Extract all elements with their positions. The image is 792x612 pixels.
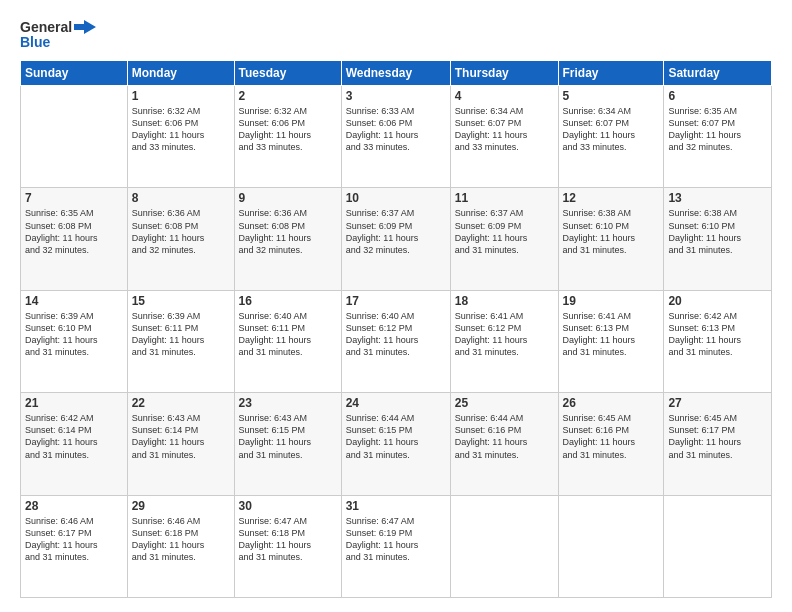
cell-info-text: Sunrise: 6:42 AMSunset: 6:14 PMDaylight:… [25, 412, 123, 461]
cell-day-number: 28 [25, 499, 123, 513]
cell-day-number: 9 [239, 191, 337, 205]
calendar-cell: 5Sunrise: 6:34 AMSunset: 6:07 PMDaylight… [558, 86, 664, 188]
calendar-cell [664, 495, 772, 597]
cell-info-text: Sunrise: 6:35 AMSunset: 6:07 PMDaylight:… [668, 105, 767, 154]
calendar-cell: 18Sunrise: 6:41 AMSunset: 6:12 PMDayligh… [450, 290, 558, 392]
cell-day-number: 13 [668, 191, 767, 205]
calendar-cell: 12Sunrise: 6:38 AMSunset: 6:10 PMDayligh… [558, 188, 664, 290]
calendar-cell: 31Sunrise: 6:47 AMSunset: 6:19 PMDayligh… [341, 495, 450, 597]
calendar-cell: 27Sunrise: 6:45 AMSunset: 6:17 PMDayligh… [664, 393, 772, 495]
calendar-body: 1Sunrise: 6:32 AMSunset: 6:06 PMDaylight… [21, 86, 772, 598]
cell-info-text: Sunrise: 6:37 AMSunset: 6:09 PMDaylight:… [346, 207, 446, 256]
calendar-week-4: 21Sunrise: 6:42 AMSunset: 6:14 PMDayligh… [21, 393, 772, 495]
cell-info-text: Sunrise: 6:43 AMSunset: 6:15 PMDaylight:… [239, 412, 337, 461]
cell-day-number: 24 [346, 396, 446, 410]
calendar-cell: 1Sunrise: 6:32 AMSunset: 6:06 PMDaylight… [127, 86, 234, 188]
cell-day-number: 8 [132, 191, 230, 205]
cell-info-text: Sunrise: 6:47 AMSunset: 6:19 PMDaylight:… [346, 515, 446, 564]
cell-day-number: 22 [132, 396, 230, 410]
cell-info-text: Sunrise: 6:43 AMSunset: 6:14 PMDaylight:… [132, 412, 230, 461]
calendar-cell: 16Sunrise: 6:40 AMSunset: 6:11 PMDayligh… [234, 290, 341, 392]
weekday-header-sunday: Sunday [21, 61, 128, 86]
cell-day-number: 12 [563, 191, 660, 205]
cell-info-text: Sunrise: 6:45 AMSunset: 6:17 PMDaylight:… [668, 412, 767, 461]
cell-info-text: Sunrise: 6:37 AMSunset: 6:09 PMDaylight:… [455, 207, 554, 256]
calendar-week-2: 7Sunrise: 6:35 AMSunset: 6:08 PMDaylight… [21, 188, 772, 290]
calendar-cell: 28Sunrise: 6:46 AMSunset: 6:17 PMDayligh… [21, 495, 128, 597]
calendar-cell [558, 495, 664, 597]
calendar-cell [21, 86, 128, 188]
cell-day-number: 7 [25, 191, 123, 205]
calendar-cell: 14Sunrise: 6:39 AMSunset: 6:10 PMDayligh… [21, 290, 128, 392]
cell-day-number: 21 [25, 396, 123, 410]
calendar-cell: 25Sunrise: 6:44 AMSunset: 6:16 PMDayligh… [450, 393, 558, 495]
cell-info-text: Sunrise: 6:44 AMSunset: 6:16 PMDaylight:… [455, 412, 554, 461]
cell-info-text: Sunrise: 6:38 AMSunset: 6:10 PMDaylight:… [563, 207, 660, 256]
cell-day-number: 6 [668, 89, 767, 103]
calendar-table: SundayMondayTuesdayWednesdayThursdayFrid… [20, 60, 772, 598]
cell-day-number: 3 [346, 89, 446, 103]
cell-day-number: 30 [239, 499, 337, 513]
cell-day-number: 29 [132, 499, 230, 513]
cell-info-text: Sunrise: 6:35 AMSunset: 6:08 PMDaylight:… [25, 207, 123, 256]
calendar-cell: 4Sunrise: 6:34 AMSunset: 6:07 PMDaylight… [450, 86, 558, 188]
calendar-cell: 2Sunrise: 6:32 AMSunset: 6:06 PMDaylight… [234, 86, 341, 188]
calendar-cell: 10Sunrise: 6:37 AMSunset: 6:09 PMDayligh… [341, 188, 450, 290]
cell-day-number: 11 [455, 191, 554, 205]
calendar-cell: 23Sunrise: 6:43 AMSunset: 6:15 PMDayligh… [234, 393, 341, 495]
weekday-header-friday: Friday [558, 61, 664, 86]
svg-marker-0 [74, 20, 96, 34]
calendar-cell: 7Sunrise: 6:35 AMSunset: 6:08 PMDaylight… [21, 188, 128, 290]
logo-general: General [20, 19, 72, 35]
calendar-week-1: 1Sunrise: 6:32 AMSunset: 6:06 PMDaylight… [21, 86, 772, 188]
cell-info-text: Sunrise: 6:41 AMSunset: 6:13 PMDaylight:… [563, 310, 660, 359]
calendar-cell: 19Sunrise: 6:41 AMSunset: 6:13 PMDayligh… [558, 290, 664, 392]
cell-info-text: Sunrise: 6:46 AMSunset: 6:17 PMDaylight:… [25, 515, 123, 564]
cell-day-number: 19 [563, 294, 660, 308]
weekday-header-saturday: Saturday [664, 61, 772, 86]
weekday-header-monday: Monday [127, 61, 234, 86]
cell-info-text: Sunrise: 6:33 AMSunset: 6:06 PMDaylight:… [346, 105, 446, 154]
weekday-header-row: SundayMondayTuesdayWednesdayThursdayFrid… [21, 61, 772, 86]
calendar-cell: 3Sunrise: 6:33 AMSunset: 6:06 PMDaylight… [341, 86, 450, 188]
cell-day-number: 26 [563, 396, 660, 410]
cell-day-number: 14 [25, 294, 123, 308]
cell-info-text: Sunrise: 6:45 AMSunset: 6:16 PMDaylight:… [563, 412, 660, 461]
weekday-header-tuesday: Tuesday [234, 61, 341, 86]
cell-day-number: 23 [239, 396, 337, 410]
cell-day-number: 31 [346, 499, 446, 513]
cell-info-text: Sunrise: 6:47 AMSunset: 6:18 PMDaylight:… [239, 515, 337, 564]
logo-arrow-icon [74, 18, 96, 36]
cell-day-number: 16 [239, 294, 337, 308]
cell-day-number: 5 [563, 89, 660, 103]
calendar-cell: 21Sunrise: 6:42 AMSunset: 6:14 PMDayligh… [21, 393, 128, 495]
calendar-cell: 13Sunrise: 6:38 AMSunset: 6:10 PMDayligh… [664, 188, 772, 290]
cell-info-text: Sunrise: 6:36 AMSunset: 6:08 PMDaylight:… [132, 207, 230, 256]
header: General Blue [20, 18, 772, 50]
calendar-cell: 26Sunrise: 6:45 AMSunset: 6:16 PMDayligh… [558, 393, 664, 495]
cell-info-text: Sunrise: 6:39 AMSunset: 6:11 PMDaylight:… [132, 310, 230, 359]
cell-info-text: Sunrise: 6:40 AMSunset: 6:11 PMDaylight:… [239, 310, 337, 359]
calendar-cell: 30Sunrise: 6:47 AMSunset: 6:18 PMDayligh… [234, 495, 341, 597]
calendar-cell: 8Sunrise: 6:36 AMSunset: 6:08 PMDaylight… [127, 188, 234, 290]
calendar-cell: 22Sunrise: 6:43 AMSunset: 6:14 PMDayligh… [127, 393, 234, 495]
cell-info-text: Sunrise: 6:34 AMSunset: 6:07 PMDaylight:… [563, 105, 660, 154]
cell-day-number: 18 [455, 294, 554, 308]
cell-info-text: Sunrise: 6:36 AMSunset: 6:08 PMDaylight:… [239, 207, 337, 256]
weekday-header-thursday: Thursday [450, 61, 558, 86]
cell-info-text: Sunrise: 6:41 AMSunset: 6:12 PMDaylight:… [455, 310, 554, 359]
cell-info-text: Sunrise: 6:39 AMSunset: 6:10 PMDaylight:… [25, 310, 123, 359]
cell-info-text: Sunrise: 6:46 AMSunset: 6:18 PMDaylight:… [132, 515, 230, 564]
cell-day-number: 25 [455, 396, 554, 410]
cell-day-number: 1 [132, 89, 230, 103]
calendar-cell: 9Sunrise: 6:36 AMSunset: 6:08 PMDaylight… [234, 188, 341, 290]
cell-day-number: 10 [346, 191, 446, 205]
calendar-cell: 20Sunrise: 6:42 AMSunset: 6:13 PMDayligh… [664, 290, 772, 392]
calendar-cell: 29Sunrise: 6:46 AMSunset: 6:18 PMDayligh… [127, 495, 234, 597]
cell-info-text: Sunrise: 6:42 AMSunset: 6:13 PMDaylight:… [668, 310, 767, 359]
calendar-cell: 24Sunrise: 6:44 AMSunset: 6:15 PMDayligh… [341, 393, 450, 495]
cell-info-text: Sunrise: 6:32 AMSunset: 6:06 PMDaylight:… [132, 105, 230, 154]
cell-info-text: Sunrise: 6:40 AMSunset: 6:12 PMDaylight:… [346, 310, 446, 359]
cell-day-number: 2 [239, 89, 337, 103]
cell-day-number: 4 [455, 89, 554, 103]
